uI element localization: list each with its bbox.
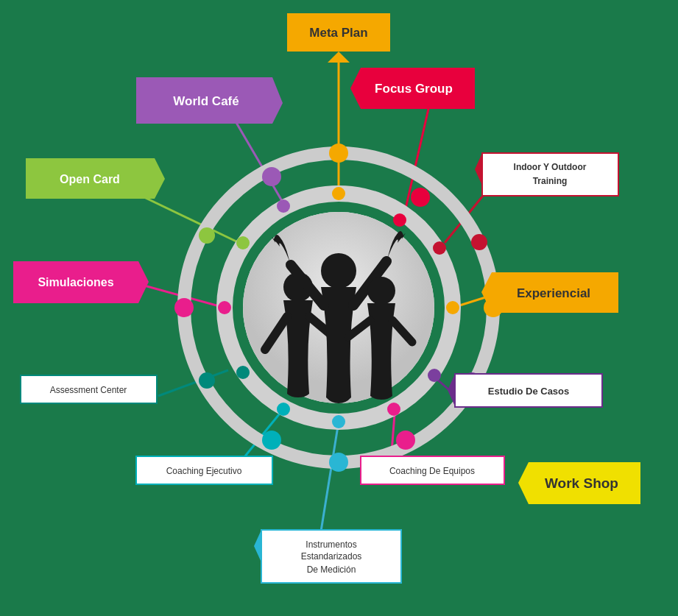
svg-text:Indoor Y Outdoor: Indoor Y Outdoor xyxy=(514,162,587,172)
work-shop-label: Work Shop xyxy=(518,462,640,504)
coaching-equipos-node xyxy=(396,431,415,450)
coaching-ejecutivo-node xyxy=(262,431,281,450)
svg-point-35 xyxy=(218,301,231,314)
svg-text:Open Card: Open Card xyxy=(60,173,120,185)
world-cafe-label: World Café xyxy=(136,77,283,124)
instrumentos-label: Instrumentos Estandarizados De Medición xyxy=(254,530,401,583)
focus-group-node xyxy=(411,188,430,207)
focus-group-label: Focus Group xyxy=(350,68,475,109)
meta-plan-node xyxy=(329,144,348,163)
coaching-equipos-label: Coaching De Equipos xyxy=(361,456,504,484)
svg-text:Estandarizados: Estandarizados xyxy=(301,551,362,562)
open-card-node xyxy=(199,227,215,244)
svg-text:Training: Training xyxy=(533,176,568,186)
svg-point-27 xyxy=(393,213,406,227)
svg-text:Coaching De Equipos: Coaching De Equipos xyxy=(389,466,475,476)
simulaciones-label: Simulaciones xyxy=(13,261,149,303)
svg-rect-43 xyxy=(482,153,618,196)
svg-point-32 xyxy=(332,415,345,428)
indoor-node xyxy=(471,234,487,250)
svg-text:Assessment Center: Assessment Center xyxy=(50,385,127,395)
svg-text:Instrumentos: Instrumentos xyxy=(306,539,356,550)
svg-point-29 xyxy=(446,301,459,314)
svg-text:Estudio De Casos: Estudio De Casos xyxy=(488,386,570,397)
svg-point-23 xyxy=(367,277,395,305)
svg-text:Meta Plan: Meta Plan xyxy=(309,26,367,40)
svg-text:Focus Group: Focus Group xyxy=(375,82,453,96)
instrumentos-node xyxy=(329,453,348,472)
svg-point-26 xyxy=(332,187,345,200)
svg-point-30 xyxy=(428,369,441,382)
svg-text:Experiencial: Experiencial xyxy=(517,286,590,300)
world-cafe-node xyxy=(262,167,281,186)
svg-point-31 xyxy=(387,403,400,416)
svg-point-36 xyxy=(236,236,250,249)
simulaciones-node xyxy=(174,298,194,317)
svg-text:Simulaciones: Simulaciones xyxy=(38,276,113,288)
svg-text:De Medición: De Medición xyxy=(307,564,356,575)
svg-point-28 xyxy=(433,241,446,255)
svg-text:Coaching Ejecutivo: Coaching Ejecutivo xyxy=(166,466,242,476)
svg-point-34 xyxy=(236,366,250,379)
open-card-label: Open Card xyxy=(26,158,165,199)
coaching-ejecutivo-label: Coaching Ejecutivo xyxy=(136,456,272,484)
svg-point-37 xyxy=(277,199,290,213)
assessment-node xyxy=(199,372,215,389)
assessment-center-label: Assessment Center xyxy=(21,375,157,403)
svg-text:Work Shop: Work Shop xyxy=(545,475,618,491)
indoor-outdoor-label: Indoor Y Outdoor Training xyxy=(475,153,618,196)
experiencial-label: Experiencial xyxy=(481,272,618,313)
svg-point-20 xyxy=(321,253,356,288)
svg-point-33 xyxy=(277,403,290,416)
svg-text:World Café: World Café xyxy=(173,94,239,108)
estudio-casos-label: Estudio De Casos xyxy=(448,374,602,407)
